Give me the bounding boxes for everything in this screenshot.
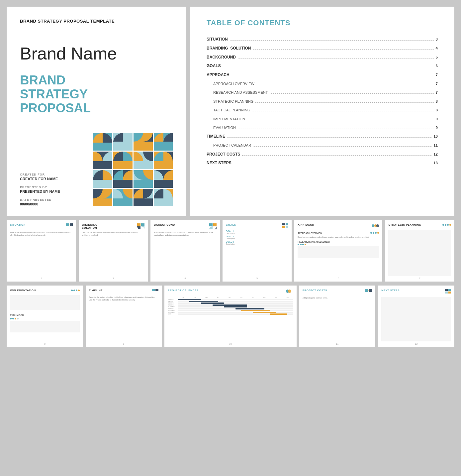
thumb-approach: APPROACH APPROACH OVERVIEW [294, 220, 382, 282]
svg-rect-23 [282, 223, 285, 225]
timeline-icon [152, 289, 158, 294]
thumb-timeline-title: TIMELINE [89, 289, 103, 292]
goal-2: GOAL 2 Description [226, 235, 289, 240]
thumb-implementation: IMPLEMENTATION EVALUATION 8 [7, 286, 83, 347]
thumb-strategic: STRATEGIC PLANNING 7 [385, 220, 454, 282]
strategic-icon [442, 223, 451, 226]
thumb-approach-header: APPROACH [298, 223, 379, 228]
toc-item-implementation: IMPLEMENTATION 9 [207, 116, 438, 122]
goal-1: GOAL 1 Description [226, 230, 289, 234]
top-row: BRAND STRATEGY PROPOSAL TEMPLATE Brand N… [7, 7, 454, 216]
toc-slide: TABLE OF CONTENTS SITUATION 3 BRANDING S… [190, 7, 454, 216]
svg-rect-26 [286, 226, 288, 228]
approach-overview-body: Describe your analysis methodology, stra… [298, 236, 379, 239]
thumb-branding-header: BRANDINGSOLUTION [82, 223, 145, 229]
thumb-nextsteps-header: NEXT STEPS [381, 289, 451, 294]
gantt-row-6: MILESTONE [168, 308, 293, 309]
gantt-row-1: MILESTONE [168, 299, 293, 300]
svg-rect-25 [282, 226, 285, 228]
thumb-goals-title: GOALS [226, 223, 236, 226]
svg-rect-20 [141, 223, 144, 226]
thumb-situation: SITUATION What is the branding challenge… [7, 220, 76, 282]
thumb-timeline-body: Describe the project schedule, highlight… [89, 296, 159, 301]
date-value: 00/00/0000 [20, 202, 86, 206]
thumb-project-calendar: PROJECT CALENDAR JAN FEB MAR APR [164, 286, 296, 347]
main-container: BRAND STRATEGY PROPOSAL TEMPLATE Brand N… [7, 7, 454, 347]
toc-item-branding: BRANDING SOLUTION 4 [207, 46, 438, 51]
background-icon [209, 223, 217, 229]
svg-rect-35 [369, 289, 372, 292]
thumb-calendar-title: PROJECT CALENDAR [168, 289, 199, 292]
thumb-goals-list: GOAL 1 Description GOAL 2 Description GO… [226, 230, 289, 246]
toc-item-tactical: TACTICAL PLANNING 8 [207, 107, 438, 113]
thumb-strategic-page: 7 [388, 276, 451, 280]
thumb-timeline-header: TIMELINE [89, 289, 159, 294]
toc-item-costs: PROJECT COSTS 12 [207, 152, 438, 157]
thumb-strategic-header: STRATEGIC PLANNING [388, 223, 451, 226]
thumb-impl-header: IMPLEMENTATION [10, 289, 80, 292]
goal-3: GOAL 3 Description [226, 241, 289, 245]
svg-rect-22 [213, 223, 217, 226]
svg-rect-21 [209, 223, 213, 226]
thumb-calendar-header: PROJECT CALENDAR [168, 289, 293, 294]
toc-item-approach: APPROACH 7 [207, 72, 438, 78]
gantt-row-7: DELIVERABLE [168, 310, 293, 311]
thumb-background-page: 4 [154, 276, 217, 280]
thumb-branding-title: BRANDINGSOLUTION [82, 223, 98, 229]
gantt-row-8: DELIVERABLE [168, 312, 293, 313]
thumb-situation-header: SITUATION [10, 223, 73, 229]
thumb-costs-body: Add pricing and contract terms. [303, 297, 372, 299]
calendar-icon [286, 289, 293, 294]
thumb-background-body: Provide information such as brand histor… [154, 231, 217, 236]
thumb-strategic-title: STRATEGIC PLANNING [388, 223, 421, 226]
thumbnail-row-2: IMPLEMENTATION EVALUATION 8 [7, 286, 454, 347]
created-for-value: CREATED FOR NAME [20, 177, 86, 181]
svg-rect-36 [445, 289, 448, 291]
thumb-nextsteps-page: 12 [381, 341, 451, 345]
gantt-row-2: DEADLINE [168, 301, 293, 302]
thumb-background-title: BACKGROUND [154, 223, 175, 226]
thumb-background: BACKGROUND Provide information such as b… [150, 220, 220, 282]
gantt-row-9: LAUNCH [168, 313, 293, 315]
toc-item-situation: SITUATION 3 [207, 37, 438, 42]
cover-meta: CREATED FOR CREATED FOR NAME PRESENTED B… [20, 168, 86, 206]
thumb-goals: GOALS GOAL 1 Description GOAL 2 [223, 220, 292, 282]
nextsteps-icon [445, 289, 451, 294]
thumb-branding-page: 3 [82, 276, 145, 280]
research-assessment-label: RESEARCH AND ASSESSMENT [298, 241, 379, 243]
svg-rect-34 [365, 289, 368, 292]
thumb-situation-title: SITUATION [10, 223, 26, 226]
thumb-impl-page: 8 [10, 341, 80, 345]
goals-icon [282, 223, 288, 228]
brand-name: Brand Name [20, 44, 173, 63]
svg-point-29 [376, 224, 379, 227]
created-for-label: CREATED FOR [20, 173, 86, 176]
toc-item-strategic: STRATEGIC PLANNING 8 [207, 99, 438, 104]
thumb-next-steps: NEXT STEPS 12 [378, 286, 454, 347]
svg-rect-24 [286, 223, 288, 225]
gantt-row-3: MILESTONE [168, 302, 293, 304]
date-label: DATE PRESENTED [20, 198, 86, 201]
toc-items: SITUATION 3 BRANDING SOLUTION 4 BACKGROU… [207, 37, 438, 166]
cover-bottom: CREATED FOR CREATED FOR NAME PRESENTED B… [20, 133, 173, 206]
approach-icon [372, 223, 379, 228]
thumb-approach-title: APPROACH [298, 223, 314, 226]
approach-sections: APPROACH OVERVIEW Describe your analysis… [298, 230, 379, 276]
thumb-branding-body: Describe the positive results the busine… [82, 231, 145, 236]
thumb-goals-page: 5 [226, 276, 289, 280]
thumb-costs-page: 11 [303, 341, 372, 345]
cover-template-title: BRAND STRATEGY PROPOSAL TEMPLATE [20, 19, 173, 24]
gantt-chart: JAN FEB MAR APR MAY JUN JUL AUG SEP OCT … [168, 297, 293, 315]
svg-rect-37 [448, 289, 451, 291]
thumb-costs-title: PROJECT COSTS [303, 289, 327, 292]
thumb-approach-page: 6 [298, 276, 379, 280]
cover-slide: BRAND STRATEGY PROPOSAL TEMPLATE Brand N… [7, 7, 186, 216]
geo-pattern [93, 133, 173, 206]
thumb-branding-solution: BRANDINGSOLUTION Describe the positive r… [79, 220, 148, 282]
thumb-goals-header: GOALS [226, 223, 289, 228]
toc-item-next-steps: NEXT STEPS 13 [207, 160, 438, 166]
toc-item-timeline: TIMELINE 10 [207, 134, 438, 139]
gantt-row-5: DELIVERABLE [168, 306, 293, 307]
approach-overview-section: APPROACH OVERVIEW Describe your analysis… [298, 230, 379, 276]
evaluation-label: EVALUATION [10, 314, 80, 316]
